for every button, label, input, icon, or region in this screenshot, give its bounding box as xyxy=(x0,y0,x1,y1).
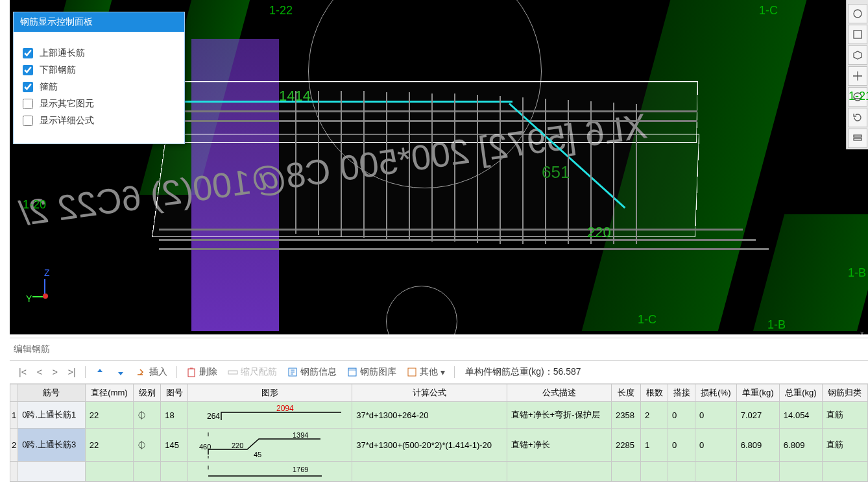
col-header[interactable]: 计算公式 xyxy=(352,384,507,402)
cell-tw[interactable]: 6.809 xyxy=(779,429,822,462)
view-layers-icon[interactable] xyxy=(848,129,867,148)
cell-grade[interactable]: ⏀ xyxy=(134,402,161,429)
col-header[interactable]: 筋号 xyxy=(18,384,85,402)
checkbox-label: 显示详细公式 xyxy=(40,115,94,127)
scale-button: 缩尺配筋 xyxy=(224,365,281,379)
rebar-info-button[interactable]: 钢筋信息 xyxy=(283,365,341,379)
dim-c: 220 xyxy=(587,224,611,241)
view-rotate-icon[interactable] xyxy=(848,108,867,127)
col-header[interactable]: 公式描述 xyxy=(507,384,612,402)
cell-formula[interactable]: 37*d+1300+264-20 xyxy=(352,402,507,429)
grid-circle xyxy=(386,286,457,334)
cell-lap[interactable]: 0 xyxy=(668,429,695,462)
col-header[interactable]: 图形 xyxy=(188,384,352,402)
cell-tw[interactable]: 14.054 xyxy=(779,402,822,429)
cell-shape[interactable]: 264 2094 xyxy=(188,402,352,429)
cell-cat[interactable]: 直筋 xyxy=(822,402,867,429)
cell-name[interactable]: 0跨.上通长筋1 xyxy=(18,402,85,429)
panel-checkbox-4[interactable]: 显示详细公式 xyxy=(23,115,175,127)
col-header[interactable]: 搭接 xyxy=(668,384,695,402)
cell-lap[interactable]: 0 xyxy=(668,402,695,429)
nav-prev[interactable]: < xyxy=(33,367,46,377)
rebar-display-panel[interactable]: 钢筋显示控制面板 上部通长筋下部钢筋箍筋显示其它图元显示详细公式 xyxy=(13,12,185,144)
view-cube-icon[interactable] xyxy=(848,25,867,44)
cell-desc[interactable]: 直锚+净长 xyxy=(507,429,612,462)
cell-uw[interactable]: 6.809 xyxy=(736,429,779,462)
dim-a: 1414 xyxy=(279,88,311,105)
nav-first[interactable]: |< xyxy=(15,367,30,377)
view-iso-icon[interactable] xyxy=(848,45,867,65)
cell-cnt[interactable]: 2 xyxy=(641,402,668,429)
col-header[interactable]: 总重(kg) xyxy=(779,384,822,402)
table-row[interactable]: 20跨.上通长筋322⏀145 460 220 1394 45 37*d+130… xyxy=(10,429,868,462)
rebar xyxy=(159,248,769,250)
editor-title: 编辑钢筋 xyxy=(10,338,868,361)
cell-name[interactable]: 0跨.上通长筋3 xyxy=(18,429,85,462)
dim-b: 651 xyxy=(542,162,570,182)
cell-fig[interactable]: 145 xyxy=(161,429,188,462)
cell-grade[interactable]: ⏀ xyxy=(134,429,161,462)
rebar-lib-button[interactable]: 钢筋图库 xyxy=(343,365,400,379)
other-button[interactable]: 其他 ▾ xyxy=(403,365,449,379)
cell-loss[interactable]: 0 xyxy=(695,429,737,462)
beam-outline xyxy=(152,134,699,237)
insert-button[interactable]: 插入 xyxy=(132,365,171,379)
col-header[interactable]: 钢筋归类 xyxy=(822,384,867,402)
checkbox[interactable] xyxy=(23,82,33,92)
svg-text:45: 45 xyxy=(254,451,261,458)
col-rownum[interactable] xyxy=(10,384,18,402)
cell-loss[interactable]: 0 xyxy=(695,402,737,429)
checkbox[interactable] xyxy=(23,116,33,126)
checkbox[interactable] xyxy=(23,65,33,75)
axis-gizmo: ZY xyxy=(32,279,58,305)
cell-dia[interactable]: 22 xyxy=(85,429,134,462)
cell-formula[interactable]: 37*d+1300+(500-20*2)*(1.414-1)-20 xyxy=(352,429,507,462)
cell-fig[interactable]: 18 xyxy=(161,402,188,429)
svg-text:2094: 2094 xyxy=(276,405,294,413)
move-down-button[interactable] xyxy=(112,366,130,379)
nav-last[interactable]: >| xyxy=(64,367,80,377)
cell-cat[interactable]: 直筋 xyxy=(822,429,867,462)
view-home-icon[interactable] xyxy=(848,4,867,23)
cell-len[interactable]: 2358 xyxy=(611,402,640,429)
col-header[interactable]: 根数 xyxy=(641,384,668,402)
col-header[interactable]: 损耗(%) xyxy=(695,384,737,402)
rebar-editor-panel: × 编辑钢筋 |< < > >| 插入 删除 缩尺配筋 钢筋信息 钢筋图库 其他… xyxy=(10,338,868,500)
nav-next[interactable]: > xyxy=(49,367,62,377)
checkbox[interactable] xyxy=(23,48,33,58)
table-row[interactable]: 1769 xyxy=(10,462,868,482)
row-num: 2 xyxy=(10,429,18,462)
view-pan-icon[interactable] xyxy=(848,66,867,86)
cell-len[interactable]: 2285 xyxy=(611,429,640,462)
move-up-button[interactable] xyxy=(91,366,109,379)
cell-uw[interactable]: 7.027 xyxy=(736,402,779,429)
svg-rect-9 xyxy=(348,368,356,371)
panel-checkbox-3[interactable]: 显示其它图元 xyxy=(23,98,175,110)
grid-label: 1-B xyxy=(848,266,866,280)
insert-label: 插入 xyxy=(149,366,167,378)
table-row[interactable]: 10跨.上通长筋122⏀18 264 2094 37*d+1300+264-20… xyxy=(10,402,868,429)
grid-label: 1-20 xyxy=(23,198,46,212)
svg-text:1394: 1394 xyxy=(293,431,308,439)
cell-shape[interactable]: 460 220 1394 45 xyxy=(188,429,352,462)
cell-desc[interactable]: 直锚+净长+弯折-保护层 xyxy=(507,402,612,429)
close-icon[interactable]: × xyxy=(860,329,864,337)
panel-checkbox-2[interactable]: 箍筋 xyxy=(23,81,175,93)
cell-cnt[interactable]: 1 xyxy=(641,429,668,462)
delete-button[interactable]: 删除 xyxy=(182,365,221,379)
col-header[interactable]: 图号 xyxy=(161,384,188,402)
svg-rect-3 xyxy=(854,135,862,137)
panel-checkbox-0[interactable]: 上部通长筋 xyxy=(23,47,175,59)
grid-label: 1-C xyxy=(638,313,657,327)
col-header[interactable]: 直径(mm) xyxy=(85,384,134,402)
checkbox-label: 下部钢筋 xyxy=(40,64,76,76)
col-header[interactable]: 长度 xyxy=(611,384,640,402)
col-header[interactable]: 级别 xyxy=(134,384,161,402)
library-icon xyxy=(347,367,357,377)
panel-checkbox-1[interactable]: 下部钢筋 xyxy=(23,64,175,76)
checkbox[interactable] xyxy=(23,99,33,109)
col-header[interactable]: 单重(kg) xyxy=(736,384,779,402)
svg-rect-4 xyxy=(854,138,862,140)
rebar-table-wrap[interactable]: 筋号直径(mm)级别图号图形计算公式公式描述长度根数搭接损耗(%)单重(kg)总… xyxy=(10,384,868,491)
cell-dia[interactable]: 22 xyxy=(85,402,134,429)
